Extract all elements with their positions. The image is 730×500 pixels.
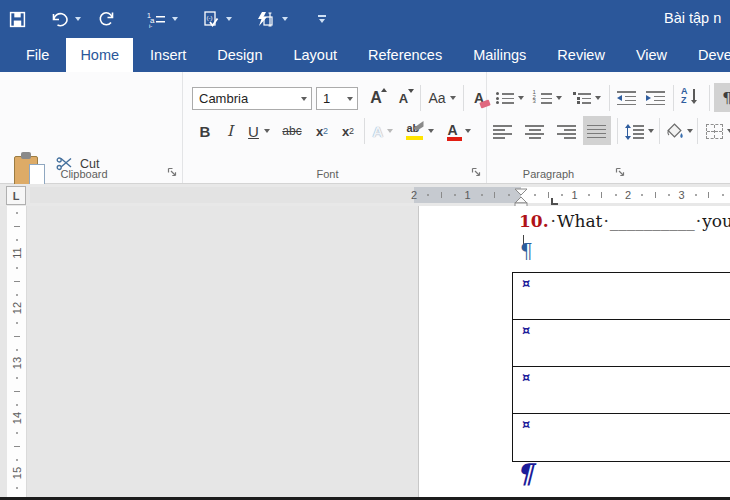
line-spacing-button[interactable] (622, 118, 656, 144)
font-color-dropdown-caret[interactable] (465, 129, 471, 133)
shrink-font-button[interactable]: A (391, 85, 416, 111)
ruler-row: L 211234 (0, 184, 730, 206)
bullets-dropdown-caret[interactable] (518, 96, 524, 100)
numbering-dropdown-caret[interactable] (556, 96, 562, 100)
tab-home[interactable]: Home (66, 38, 133, 72)
paragraph-dialog-launcher[interactable] (615, 167, 626, 178)
italic-button[interactable]: I (220, 118, 240, 144)
table-row[interactable]: ¤ (513, 414, 730, 461)
align-left-icon (493, 124, 513, 138)
save-icon (9, 11, 26, 28)
highlight-color-button[interactable]: ab (402, 118, 436, 144)
table-row[interactable]: ¤ (513, 273, 730, 320)
shading-button[interactable] (663, 118, 695, 144)
document-page[interactable]: 10.·What·__________·you ¶ ¤¤¤¤ ¶ (418, 206, 730, 497)
bold-button[interactable]: B (194, 118, 216, 144)
change-case-dropdown-caret[interactable] (450, 96, 456, 100)
align-right-button[interactable] (554, 118, 580, 144)
tab-review[interactable]: Review (543, 38, 619, 72)
align-left-button[interactable] (490, 118, 516, 144)
undo-dropdown-caret[interactable] (75, 17, 81, 21)
table-row[interactable]: ¤ (513, 367, 730, 414)
underline-button[interactable]: U (244, 118, 274, 144)
ruler-tick (494, 192, 495, 198)
ruler-tick (16, 377, 18, 379)
horizontal-ruler[interactable]: 211234 (30, 187, 730, 203)
shading-dropdown-caret[interactable] (687, 129, 693, 133)
font-name-dropdown-caret[interactable] (301, 97, 307, 101)
tab-insert[interactable]: Insert (136, 38, 200, 72)
qat-document-check-dropdown-caret[interactable] (226, 17, 232, 21)
underline-dropdown-caret[interactable] (264, 129, 270, 133)
bullets-button[interactable] (492, 85, 526, 111)
ruler-number: 13 (9, 355, 25, 371)
increase-indent-icon (646, 91, 666, 105)
font-size-combo[interactable]: 1 (316, 87, 358, 110)
undo-button[interactable] (41, 4, 90, 34)
strikethrough-button[interactable]: abc (278, 118, 306, 144)
ruler-tick (16, 349, 18, 351)
space-mark: · (602, 211, 609, 231)
tab-view[interactable]: View (622, 38, 681, 72)
font-name-combo[interactable]: Cambria (192, 87, 312, 110)
highlight-dropdown-caret[interactable] (428, 129, 434, 133)
font-group: Cambria 1 A A Aa A (183, 72, 487, 183)
font-size-dropdown-caret[interactable] (347, 97, 353, 101)
numbering-button[interactable]: 1 2 3 (530, 85, 564, 111)
document-table[interactable]: ¤¤¤¤ (512, 272, 730, 462)
svg-text:(-): (-) (207, 15, 213, 21)
save-button[interactable] (0, 4, 35, 34)
tab-selector[interactable]: L (6, 186, 26, 205)
ruler-number: 3 (676, 187, 688, 203)
font-dialog-launcher[interactable] (471, 167, 482, 178)
multilevel-list-button[interactable] (568, 85, 604, 111)
tab-file[interactable]: File (12, 38, 63, 72)
blank-underscores: __________ (610, 211, 695, 231)
tab-design[interactable]: Design (203, 38, 276, 72)
clipboard-dialog-launcher[interactable] (167, 167, 178, 178)
ruler-tick (16, 322, 18, 324)
align-center-button[interactable] (522, 118, 548, 144)
tab-developer[interactable]: Developer (684, 38, 730, 72)
tab-mailings[interactable]: Mailings (459, 38, 540, 72)
show-hide-formatting-button[interactable]: ¶ (714, 83, 730, 112)
sort-icon: A Z (681, 89, 701, 107)
vertical-ruler[interactable]: 1112131415 (7, 206, 27, 497)
qat-customize-button[interactable] (309, 4, 335, 34)
decrease-indent-button[interactable] (614, 85, 640, 111)
change-case-button[interactable]: Aa (424, 85, 460, 111)
clipboard-group: Paste Cut Copy (0, 72, 183, 183)
question-tail: you (702, 211, 730, 231)
question-line[interactable]: 10.·What·__________·you (519, 211, 730, 231)
borders-icon (706, 124, 723, 139)
text-effects-button[interactable]: A (368, 118, 398, 144)
ruler-tick (722, 194, 724, 196)
line-spacing-dropdown-caret[interactable] (648, 129, 654, 133)
tab-stop-marker[interactable] (551, 198, 558, 205)
numbering-icon: 1 2 3 (533, 91, 553, 105)
grow-font-button[interactable]: A (363, 85, 389, 111)
word-window: 1 a i- (-) (0, 0, 730, 500)
table-row[interactable]: ¤ (513, 320, 730, 367)
qat-autoformat-dropdown-caret[interactable] (282, 17, 288, 21)
cell-end-marker: ¤ (522, 370, 530, 385)
qat-numbering-dropdown-caret[interactable] (172, 17, 178, 21)
multilevel-dropdown-caret[interactable] (595, 96, 601, 100)
tab-references[interactable]: References (354, 38, 456, 72)
justify-button[interactable] (583, 116, 611, 145)
qat-autoformat-button[interactable] (247, 4, 297, 34)
increase-indent-button[interactable] (643, 85, 669, 111)
ruler-tick (14, 336, 20, 337)
borders-button[interactable] (701, 118, 730, 144)
superscript-button[interactable]: x2 (336, 118, 360, 144)
font-color-button[interactable]: A (440, 118, 474, 144)
qat-document-check-button[interactable]: (-) (193, 4, 241, 34)
subscript-button[interactable]: x2 (310, 118, 334, 144)
text-effects-dropdown-caret[interactable] (387, 129, 393, 133)
redo-button[interactable] (90, 4, 125, 34)
sort-button[interactable]: A Z (678, 85, 704, 111)
ruler-tick (508, 194, 510, 196)
qat-numbering-button[interactable]: 1 a i- (137, 4, 187, 34)
borders-dropdown-caret[interactable] (727, 129, 730, 133)
tab-layout[interactable]: Layout (279, 38, 351, 72)
